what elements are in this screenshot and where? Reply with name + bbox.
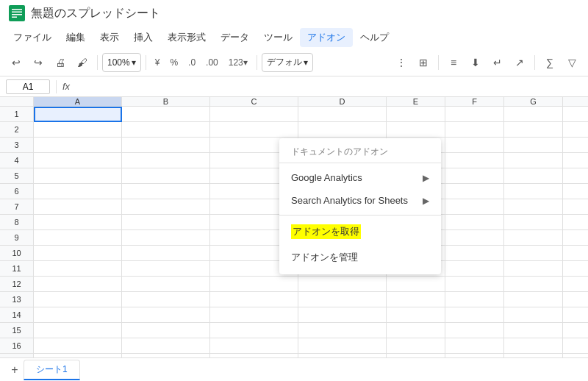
merge-button[interactable]: ⊞ [413, 52, 434, 73]
menu-file[interactable]: ファイル [6, 28, 59, 47]
menu-addons[interactable]: アドオン [300, 28, 353, 47]
cell-reference-input[interactable] [6, 79, 50, 94]
row-header-13[interactable]: 13 [0, 292, 33, 307]
table-row [34, 307, 588, 323]
row-header-16[interactable]: 16 [0, 338, 33, 354]
table-row [34, 292, 588, 307]
menu-bar: ファイル 編集 表示 挿入 表示形式 データ ツール アドオン ヘルプ [0, 26, 588, 49]
col-header-d[interactable]: D [298, 97, 387, 106]
dropdown-divider [279, 215, 441, 216]
main-content: A B C D E F G H I 1 2 3 4 5 6 7 8 9 10 1… [0, 97, 588, 381]
paint-format-button[interactable]: 🖌 [72, 52, 93, 73]
wrap-button[interactable]: ↵ [487, 52, 508, 73]
column-headers: A B C D E F G H I [0, 97, 588, 107]
zoom-selector[interactable]: 100% ▾ [102, 53, 141, 72]
google-analytics-menu-item[interactable]: Google Analytics ▶ [279, 166, 441, 189]
cell-a2[interactable] [34, 122, 122, 138]
zoom-value: 100% [107, 57, 130, 68]
submenu-arrow-google-analytics: ▶ [423, 173, 429, 183]
menu-data[interactable]: データ [213, 28, 257, 47]
cell-h1[interactable] [563, 107, 588, 122]
formula-divider [56, 80, 57, 93]
table-row [34, 277, 588, 292]
row-header-4[interactable]: 4 [0, 153, 33, 168]
separator-1 [97, 55, 98, 70]
svg-rect-1 [12, 9, 22, 10]
row-header-2[interactable]: 2 [0, 122, 33, 138]
table-row [34, 107, 588, 122]
separator-4 [438, 55, 439, 70]
row-header-7[interactable]: 7 [0, 199, 33, 215]
menu-edit[interactable]: 編集 [59, 28, 93, 47]
cell-f1[interactable] [445, 107, 504, 122]
filter-button[interactable]: ▽ [562, 52, 582, 73]
cell-d1[interactable] [298, 107, 387, 122]
redo-button[interactable]: ↪ [28, 52, 49, 73]
formula-icon: fx [62, 81, 70, 92]
cell-g1[interactable] [504, 107, 563, 122]
get-addons-menu-item[interactable]: アドオンを取得 [279, 218, 441, 245]
row-header-10[interactable]: 10 [0, 246, 33, 261]
separator-5 [534, 55, 535, 70]
valign-button[interactable]: ⬇ [465, 52, 486, 73]
svg-rect-3 [12, 14, 22, 15]
col-header-f[interactable]: F [445, 97, 504, 106]
col-header-b[interactable]: B [122, 97, 210, 106]
cell-c1[interactable] [210, 107, 298, 122]
addons-dropdown-menu: ドキュメントのアドオン Google Analytics ▶ Search An… [279, 138, 441, 274]
svg-rect-4 [12, 17, 17, 18]
decimal-less-button[interactable]: .0 [184, 53, 200, 72]
row-header-12[interactable]: 12 [0, 277, 33, 292]
row-header-15[interactable]: 15 [0, 323, 33, 338]
print-button[interactable]: 🖨 [50, 52, 71, 73]
menu-tools[interactable]: ツール [257, 28, 300, 47]
manage-addons-label: アドオンを管理 [291, 251, 358, 264]
col-header-a[interactable]: A [34, 97, 122, 106]
cell-b1[interactable] [122, 107, 210, 122]
decimal-more-button[interactable]: .00 [201, 53, 223, 72]
submenu-arrow-search-analytics: ▶ [423, 196, 429, 206]
search-analytics-menu-item[interactable]: Search Analytics for Sheets ▶ [279, 189, 441, 212]
cell-a1[interactable] [34, 107, 122, 122]
row-header-5[interactable]: 5 [0, 168, 33, 184]
table-row [34, 122, 588, 138]
zoom-arrow: ▾ [132, 57, 136, 68]
currency-button[interactable]: ¥ [151, 53, 165, 72]
rotate-button[interactable]: ↗ [509, 52, 530, 73]
app-icon [9, 5, 25, 21]
row-header-3[interactable]: 3 [0, 138, 33, 153]
add-sheet-button[interactable]: + [6, 361, 24, 379]
manage-addons-menu-item[interactable]: アドオンを管理 [279, 245, 441, 270]
formula-button[interactable]: ∑ [539, 52, 560, 73]
number-format-button[interactable]: 123▾ [224, 53, 252, 72]
default-format-label: デフォル [267, 56, 302, 68]
cell-e1[interactable] [387, 107, 445, 122]
row-header-9[interactable]: 9 [0, 230, 33, 246]
formula-bar: fx [0, 76, 588, 97]
toolbar: ↩ ↪ 🖨 🖌 100% ▾ ¥ % .0 .00 123▾ デフォル ▾ ⋮ … [0, 49, 588, 76]
col-header-g[interactable]: G [504, 97, 563, 106]
title-bar: 無題のスプレッドシート [0, 0, 588, 26]
row-header-11[interactable]: 11 [0, 261, 33, 277]
svg-rect-0 [9, 5, 25, 21]
col-header-c[interactable]: C [210, 97, 298, 106]
row-header-14[interactable]: 14 [0, 307, 33, 323]
undo-button[interactable]: ↩ [6, 52, 26, 73]
svg-rect-2 [12, 12, 22, 13]
row-header-6[interactable]: 6 [0, 184, 33, 199]
formula-input[interactable] [76, 81, 582, 92]
align-button[interactable]: ≡ [443, 52, 464, 73]
row-header-1[interactable]: 1 [0, 107, 33, 122]
more-options-button[interactable]: ⋮ [391, 52, 412, 73]
row-header-8[interactable]: 8 [0, 215, 33, 230]
menu-insert[interactable]: 挿入 [126, 28, 160, 47]
sheet-tab-1[interactable]: シート1 [24, 360, 80, 380]
separator-2 [146, 55, 146, 70]
col-header-h[interactable]: H [563, 97, 588, 106]
col-header-e[interactable]: E [387, 97, 445, 106]
menu-format[interactable]: 表示形式 [160, 28, 213, 47]
percent-button[interactable]: % [165, 53, 182, 72]
default-format-selector[interactable]: デフォル ▾ [262, 53, 313, 72]
menu-view[interactable]: 表示 [93, 28, 126, 47]
menu-help[interactable]: ヘルプ [353, 28, 396, 47]
